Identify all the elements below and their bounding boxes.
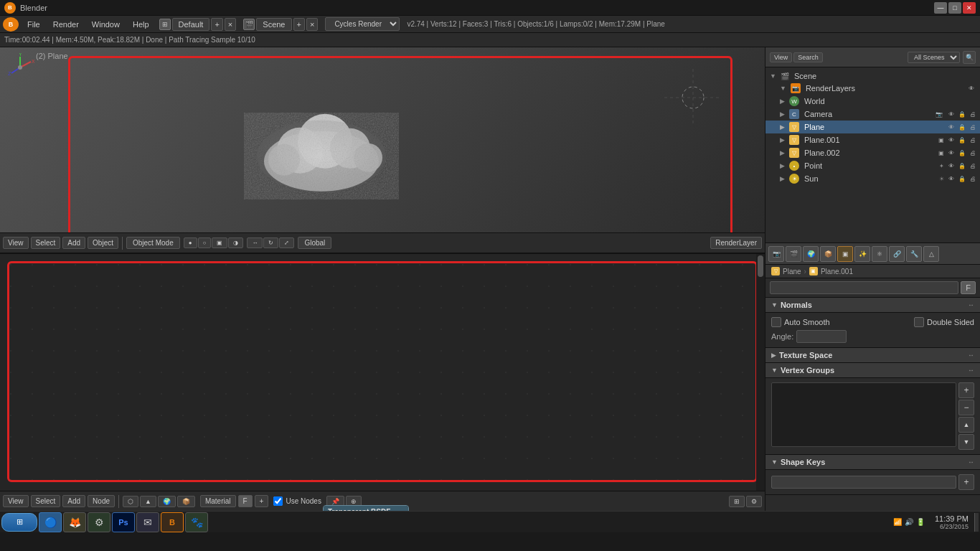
angle-input[interactable]: 180°	[796, 330, 847, 343]
auto-smooth-checkbox-item[interactable]: Auto Smooth	[771, 317, 830, 327]
render-layer-btn[interactable]: RenderLayer	[710, 237, 762, 249]
viewport-shade-solid[interactable]: ●	[184, 237, 197, 248]
transform-move[interactable]: ↔	[247, 237, 263, 248]
blender-icon[interactable]: B	[3, 17, 19, 32]
node-world-icons[interactable]: 🌍	[158, 496, 176, 507]
outliner-search-btn[interactable]: Search	[793, 52, 823, 62]
texture-space-header[interactable]: ▶ Texture Space ↔	[765, 348, 980, 363]
add-menu-btn[interactable]: Add	[62, 237, 85, 249]
taskbar-app-ps[interactable]: Ps	[112, 512, 135, 532]
node-select-btn[interactable]: Select	[31, 495, 61, 507]
prop-data-btn[interactable]: △	[923, 246, 939, 262]
taskbar-app-blender[interactable]: B	[161, 512, 184, 532]
select-menu-btn[interactable]: Select	[31, 237, 61, 249]
menu-render[interactable]: Render	[47, 19, 85, 30]
shape-keys-header[interactable]: ▼ Shape Keys ↔	[765, 455, 980, 470]
prop-scene-btn[interactable]: 🎬	[786, 246, 801, 262]
tree-item-plane001[interactable]: ▶ ▽ Plane.001 ▣ 👁 🔒 🖨	[765, 133, 980, 146]
node-editor-scrollbar[interactable]	[756, 254, 765, 491]
double-sided-checkbox-item[interactable]: Double Sided	[914, 317, 974, 327]
menu-window[interactable]: Window	[86, 19, 126, 30]
node-material-mode-btn[interactable]: Material	[200, 495, 236, 507]
taskbar: ⊞ 🔵 🦊 ⚙ Ps ✉ B 🐾 📶 🔊 🔋 11:39 PM 6/23/201…	[0, 511, 980, 532]
use-nodes-checkbox[interactable]	[273, 496, 283, 506]
object-menu-btn[interactable]: Object	[88, 237, 118, 249]
node-transparent-bsdf[interactable]: Transparent BSDF BSDF Color	[323, 505, 409, 511]
maximize-button[interactable]: □	[948, 2, 961, 14]
node-view-btn[interactable]: View	[3, 495, 29, 507]
vertex-groups-header[interactable]: ▼ Vertex Groups ↔	[765, 363, 980, 378]
transform-scale[interactable]: ⤢	[279, 237, 294, 248]
prop-constraints-btn[interactable]: 🔗	[889, 246, 905, 262]
scene-icon[interactable]: 🎬	[243, 19, 255, 30]
taskbar-app-mail[interactable]: ✉	[136, 512, 159, 532]
viewport-3d[interactable]: X Y Z	[0, 47, 765, 254]
tree-item-renderlayers[interactable]: ▼ 📷 RenderLayers 👁	[765, 82, 980, 95]
show-desktop-btn[interactable]	[974, 513, 979, 532]
taskbar-app-pika[interactable]: 🐾	[185, 512, 208, 532]
workspace-add[interactable]: +	[211, 18, 222, 31]
outliner-filter-select[interactable]: All Scenes	[908, 52, 960, 63]
material-f-button[interactable]: F	[961, 281, 976, 294]
vg-add-btn[interactable]: +	[958, 382, 974, 398]
scene-name[interactable]: Scene	[256, 18, 291, 31]
menu-file[interactable]: File	[22, 19, 46, 30]
viewport-shade-tex[interactable]: ▣	[212, 237, 227, 248]
node-obj-icons[interactable]: 📦	[177, 496, 195, 507]
shape-key-add-btn[interactable]: +	[958, 474, 974, 490]
node-render-icons[interactable]: ▲	[140, 496, 156, 507]
taskbar-clock[interactable]: 11:39 PM 6/23/2015	[930, 514, 973, 530]
node-add-btn[interactable]: +	[255, 495, 269, 507]
viewport-shade-render[interactable]: ◑	[228, 237, 243, 248]
scene-close[interactable]: ×	[306, 18, 318, 31]
menu-help[interactable]: Help	[127, 19, 155, 30]
object-mode-select[interactable]: Object Mode	[126, 237, 180, 249]
transform-rotate[interactable]: ↻	[263, 237, 278, 248]
view-menu-btn[interactable]: View	[3, 237, 29, 249]
node-extra-btn[interactable]: ⚙	[746, 496, 762, 507]
taskbar-app-firefox[interactable]: 🦊	[63, 512, 86, 532]
prop-obj-btn[interactable]: 📦	[820, 246, 836, 262]
tree-item-plane[interactable]: ▶ ▽ Plane 👁 🔒 🖨	[765, 121, 980, 133]
shape-key-input[interactable]	[771, 476, 956, 489]
prop-render-btn[interactable]: 📷	[768, 246, 784, 262]
node-zoom-btns[interactable]: ⊞	[729, 496, 745, 507]
normals-section-header[interactable]: ▼ Normals ↔	[765, 298, 980, 313]
tree-item-world[interactable]: ▶ W World	[765, 95, 980, 108]
node-add-menu-btn[interactable]: Add	[62, 495, 85, 507]
double-sided-checkbox[interactable]	[914, 317, 924, 327]
node-f-btn[interactable]: F	[238, 495, 253, 507]
scene-add[interactable]: +	[293, 18, 305, 31]
auto-smooth-checkbox[interactable]	[771, 317, 781, 327]
tree-item-sun[interactable]: ▶ ☀ Sun ☀ 👁 🔒 🖨	[765, 172, 980, 185]
node-type-icons[interactable]: ⬡	[123, 496, 138, 507]
vg-remove-btn[interactable]: −	[958, 400, 974, 415]
prop-material-btn[interactable]: ▣	[837, 246, 853, 262]
tree-item-plane002[interactable]: ▶ ▽ Plane.002 ▣ 👁 🔒 🖨	[765, 146, 980, 159]
taskbar-app-ie[interactable]: 🔵	[39, 512, 62, 532]
workspace-name[interactable]: Default	[172, 18, 210, 31]
viewport-shade-wire[interactable]: ○	[198, 237, 212, 248]
taskbar-app-chrome[interactable]: ⚙	[88, 512, 110, 532]
outliner-view-btn[interactable]: View	[770, 52, 792, 62]
minimize-button[interactable]: —	[934, 2, 947, 14]
tree-item-point[interactable]: ▶ • Point ✦ 👁 🔒 🖨	[765, 159, 980, 172]
workspace-icon[interactable]: ⊞	[159, 19, 171, 30]
transform-orientation[interactable]: Global	[298, 237, 331, 249]
prop-physics-btn[interactable]: ⚛	[872, 246, 887, 262]
vg-up-btn[interactable]: ▲	[958, 417, 974, 433]
start-button[interactable]: ⊞	[1, 513, 37, 532]
material-name-input[interactable]: Plane.001	[770, 281, 958, 294]
vg-down-btn[interactable]: ▼	[958, 434, 974, 450]
prop-modifiers-btn[interactable]: 🔧	[906, 246, 922, 262]
render-engine-select[interactable]: Cycles Render	[325, 17, 400, 31]
workspace-close[interactable]: ×	[225, 18, 236, 31]
node-node-menu-btn[interactable]: Node	[88, 495, 115, 507]
prop-world-btn[interactable]: 🌍	[803, 246, 819, 262]
node-editor[interactable]: Image Texture ▣ Unit 2 ◄ ► ✕	[0, 254, 765, 511]
close-button[interactable]: ✕	[963, 2, 976, 14]
outliner-search-icon[interactable]: 🔍	[963, 51, 976, 64]
prop-particles-btn[interactable]: ✨	[854, 246, 870, 262]
tree-item-scene[interactable]: ▼ 🎬 Scene	[765, 70, 980, 82]
tree-item-camera[interactable]: ▶ C Camera 📷 👁 🔒 🖨	[765, 108, 980, 121]
